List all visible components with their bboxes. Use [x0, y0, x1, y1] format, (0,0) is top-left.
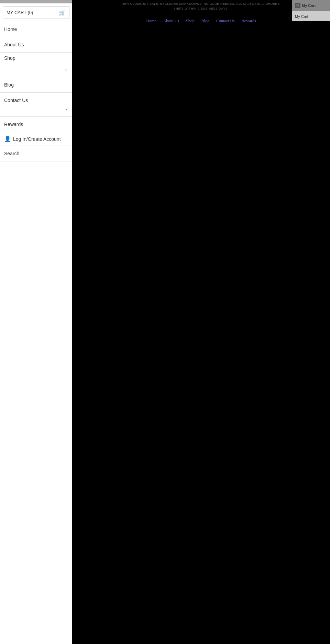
- shop-dropdown-row[interactable]: ⌄: [0, 64, 72, 74]
- cart-panel-body: My Cart: [292, 11, 330, 21]
- cart-panel-icon: 🛒: [295, 3, 300, 8]
- search-item[interactable]: Search: [0, 146, 72, 161]
- sidebar-item-contact-us[interactable]: Contact Us ⌄: [0, 93, 72, 117]
- sidebar-item-rewards[interactable]: Rewards: [0, 117, 72, 132]
- top-nav-blog[interactable]: Blog: [201, 19, 209, 24]
- shop-chevron-down-icon: ⌄: [65, 67, 68, 71]
- contact-us-label: Contact Us: [4, 98, 28, 103]
- top-nav: Home About Us Shop Blog Contact Us Rewar…: [72, 15, 330, 27]
- top-nav-home[interactable]: Home: [146, 19, 156, 24]
- user-icon: 👤: [4, 136, 11, 142]
- sidebar-item-blog[interactable]: Blog: [0, 77, 72, 93]
- sidebar: MY CART (0) 🛒 Home About Us Shop ⌄ Blog: [0, 0, 72, 644]
- cart-panel-title: My Cart: [302, 3, 316, 8]
- contact-row: Contact Us: [0, 93, 72, 103]
- ships-text: SHIPS WITHIN 2 BUSINESS DAYS!: [72, 5, 330, 13]
- sidebar-item-about-us[interactable]: About Us: [0, 37, 72, 53]
- account-label: Log In/Create Account: [13, 136, 61, 142]
- sidebar-top-bar: [0, 0, 72, 3]
- sidebar-item-rewards-link[interactable]: Rewards: [0, 117, 72, 132]
- sidebar-item-shop[interactable]: Shop ⌄: [0, 53, 72, 77]
- search-label: Search: [4, 151, 19, 156]
- main-content: 30% CLOSEOUT SALE, EXCLUDES MARKDOWNS. N…: [72, 0, 330, 644]
- announcement-bar: 30% CLOSEOUT SALE, EXCLUDES MARKDOWNS. N…: [72, 0, 330, 15]
- top-nav-about-us[interactable]: About Us: [163, 19, 179, 24]
- cart-panel-header: 🛒 My Cart: [292, 0, 330, 11]
- contact-chevron-down-icon: ⌄: [65, 106, 68, 111]
- sidebar-top-bar-line: [3, 0, 3, 3]
- account-item[interactable]: 👤 Log In/Create Account: [0, 132, 72, 146]
- sidebar-item-blog-link[interactable]: Blog: [0, 77, 72, 92]
- cart-label: MY CART (0): [7, 10, 59, 15]
- sidebar-nav: Home About Us Shop ⌄ Blog Contact Us: [0, 22, 72, 132]
- sidebar-item-about-us-link[interactable]: About Us: [0, 37, 72, 52]
- cart-panel-label: My Cart: [295, 14, 308, 19]
- shop-row: Shop: [0, 53, 72, 64]
- shop-dropdown-select[interactable]: [4, 64, 65, 74]
- contact-dropdown-select[interactable]: [4, 103, 65, 114]
- cart-bar[interactable]: MY CART (0) 🛒: [3, 6, 69, 19]
- top-nav-rewards[interactable]: Rewards: [242, 19, 256, 24]
- announcement-text: 30% CLOSEOUT SALE, EXCLUDES MARKDOWNS. N…: [72, 2, 330, 5]
- sidebar-item-home[interactable]: Home: [0, 22, 72, 37]
- top-nav-contact-us[interactable]: Contact Us: [216, 19, 235, 24]
- cart-icon: 🛒: [59, 9, 66, 16]
- top-nav-shop[interactable]: Shop: [186, 19, 195, 24]
- contact-sub-row[interactable]: ⌄: [0, 103, 72, 116]
- shop-label: Shop: [4, 55, 15, 61]
- cart-panel[interactable]: 🛒 My Cart My Cart: [292, 0, 330, 21]
- sidebar-item-home-link[interactable]: Home: [0, 22, 72, 37]
